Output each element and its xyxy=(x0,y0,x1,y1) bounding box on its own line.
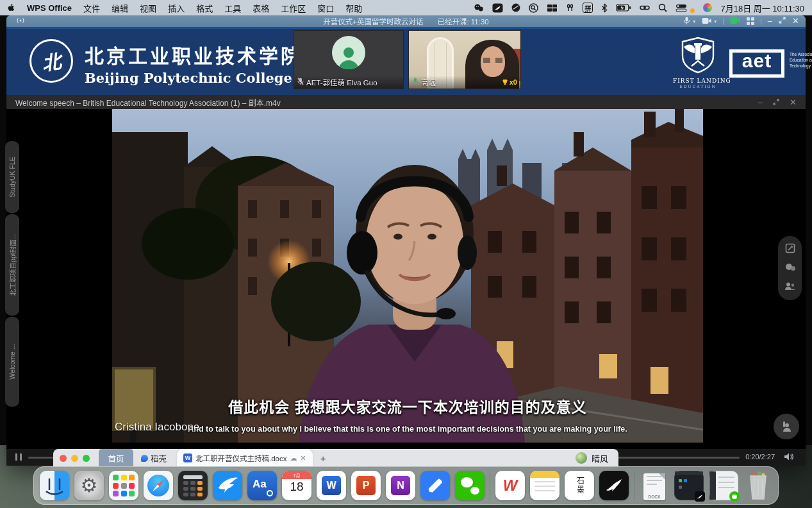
menubar-app-name[interactable]: WPS Office xyxy=(27,3,72,13)
tab-close-icon[interactable]: ✕ xyxy=(301,454,306,462)
wps-user-area[interactable]: 晴风 xyxy=(576,452,618,464)
menu-edit[interactable]: 编辑 xyxy=(112,2,128,14)
wps-tab-docer[interactable]: 稻壳 xyxy=(133,452,174,464)
dock-calendar-icon[interactable]: 7月 18 xyxy=(282,471,311,500)
dock-pencil-notes-icon[interactable] xyxy=(420,471,450,500)
wps-tab-home[interactable]: 首页 xyxy=(99,449,133,467)
airpods-icon[interactable] xyxy=(566,3,574,12)
participant-video-tile[interactable]: AET-郭佳萌 Elva Guo xyxy=(294,30,404,89)
tencent-meeting-badge-icon xyxy=(695,491,705,502)
meeting-status: 已经开课: 11:30 xyxy=(437,16,488,26)
raise-hand-button[interactable] xyxy=(774,414,799,439)
dock-wechat-icon[interactable] xyxy=(455,471,485,500)
pinyin-input-icon[interactable]: 拼 xyxy=(583,3,593,13)
dock-wps-office-icon[interactable]: W xyxy=(495,471,525,500)
dock-safari-icon[interactable] xyxy=(144,471,173,500)
chat-icon[interactable] xyxy=(784,263,796,275)
bluetooth-icon[interactable] xyxy=(601,3,608,13)
siri-icon[interactable] xyxy=(703,3,712,12)
dock-shimo-icon[interactable]: 石墨 xyxy=(565,471,594,500)
dock-separator xyxy=(634,471,634,500)
zoom-traffic-button[interactable] xyxy=(83,455,90,462)
link-icon[interactable] xyxy=(640,4,650,12)
menu-file[interactable]: 文件 xyxy=(83,2,100,14)
menubar-clock[interactable]: 7月18日 周一 10:11:30 xyxy=(720,2,804,14)
dock-tencent-meeting-icon[interactable] xyxy=(599,471,629,500)
dock-calculator-icon[interactable] xyxy=(178,471,208,500)
video-player-titlebar[interactable]: Welcome speech – British Educational Tec… xyxy=(6,95,806,109)
first-landing-logo: FIRST LANDING EDUCATION xyxy=(673,37,723,89)
meeting-banner: 北 北京工业职业技术学院 Beijing Polytechnic College… xyxy=(6,27,806,95)
annotate-icon[interactable] xyxy=(785,243,795,256)
first-landing-shield-icon xyxy=(679,37,717,74)
aet-logo-text: aet xyxy=(742,55,772,67)
video-content[interactable]: 借此机会 我想跟大家交流一下本次培训的目的及意义 And to talk to … xyxy=(112,109,703,443)
display-toggle-icon[interactable] xyxy=(675,4,687,12)
dock-word-icon[interactable]: W xyxy=(317,471,346,500)
dock-dictionary-icon[interactable]: Aa xyxy=(247,471,277,500)
participant-name: 高远 xyxy=(421,77,436,87)
close-button[interactable]: ✕ xyxy=(792,15,799,27)
proxy-icon[interactable] xyxy=(511,3,520,12)
wechat-icon[interactable] xyxy=(474,3,484,12)
side-tab-studyuk[interactable]: StudyUK FLE xyxy=(5,141,19,213)
close-traffic-button[interactable] xyxy=(60,455,67,462)
minimize-traffic-button[interactable] xyxy=(71,455,78,462)
dock-trash-icon[interactable] xyxy=(743,471,773,500)
participant-score: x0 xyxy=(510,78,517,86)
zoom-icon[interactable] xyxy=(529,3,538,13)
player-minimize-button[interactable]: – xyxy=(758,97,763,107)
side-tab-ppt-cover[interactable]: 北工职项目ppt封面... xyxy=(5,214,19,316)
menu-insert[interactable]: 插入 xyxy=(168,2,185,14)
wps-tab-document[interactable]: W 北工职开营仪式主持稿.docx ☁ ✕ xyxy=(177,449,313,467)
participants-icon[interactable] xyxy=(784,282,795,293)
participant-video-tile[interactable]: 高远 x0 xyxy=(408,30,521,89)
resize-button[interactable] xyxy=(779,15,786,27)
menu-format[interactable]: 格式 xyxy=(196,2,213,14)
menubar-status-area: 拼 7月18日 周一 10:11:30 xyxy=(474,2,804,14)
pause-button[interactable] xyxy=(15,453,22,461)
menu-table[interactable]: 表格 xyxy=(253,2,269,14)
tencent-meeting-icon[interactable] xyxy=(492,3,503,13)
camera-dropdown-caret[interactable]: ▾ xyxy=(714,19,717,24)
player-close-button[interactable]: ✕ xyxy=(790,97,797,107)
volume-icon[interactable] xyxy=(784,452,794,464)
dock-minimized-meeting-window[interactable] xyxy=(674,471,704,500)
dock-finder-icon[interactable] xyxy=(40,471,69,500)
dock-dingtalk-icon[interactable] xyxy=(213,471,242,500)
spotlight-icon[interactable] xyxy=(658,3,667,12)
dock-notes-icon[interactable] xyxy=(530,471,559,500)
aet-logo: aet xyxy=(729,49,784,78)
meeting-titlebar[interactable]: 开营仪式+英国留学时政云对话 已经开课: 11:30 ▾ ▾ – ✕ xyxy=(6,15,806,27)
menu-help[interactable]: 帮助 xyxy=(345,2,362,14)
macos-menubar: WPS Office 文件 编辑 视图 插入 格式 工具 表格 工作区 窗口 帮… xyxy=(0,0,812,15)
dock-onenote-icon[interactable]: N xyxy=(386,471,415,500)
apple-menu-icon[interactable] xyxy=(8,3,17,13)
menu-tools[interactable]: 工具 xyxy=(224,2,241,14)
wechat-badge-icon xyxy=(729,491,740,502)
shared-screen-area: Welcome speech – British Educational Tec… xyxy=(6,95,806,449)
mic-icon[interactable] xyxy=(683,17,690,26)
dock-system-preferences-icon[interactable]: ⚙ xyxy=(74,471,104,500)
dock-minimized-wechat-window[interactable] xyxy=(709,471,738,500)
titlebar-separator xyxy=(761,18,761,25)
camera-icon[interactable] xyxy=(702,17,711,26)
menu-workspace[interactable]: 工作区 xyxy=(281,2,306,14)
mic-dropdown-caret[interactable]: ▾ xyxy=(693,19,695,24)
battery-icon[interactable] xyxy=(616,4,631,12)
participant-name: AET-郭佳萌 Elva Guo xyxy=(306,77,377,87)
side-tab-welcome[interactable]: Welcome ... xyxy=(5,317,19,407)
menu-window[interactable]: 窗口 xyxy=(317,2,334,14)
camera-on-icon[interactable] xyxy=(730,17,740,26)
player-resize-button[interactable] xyxy=(773,97,779,107)
dock-minimized-docx-window[interactable]: DOCX xyxy=(640,471,669,500)
layout-grid-icon[interactable] xyxy=(747,17,754,25)
street-scene-illustration xyxy=(112,109,703,443)
dock-powerpoint-icon[interactable]: P xyxy=(351,471,381,500)
stacks-icon[interactable] xyxy=(547,4,558,12)
cloud-sync-icon[interactable]: ☁ xyxy=(290,454,297,462)
dock-launchpad-icon[interactable] xyxy=(109,471,138,500)
menu-view[interactable]: 视图 xyxy=(140,2,156,14)
minimize-button[interactable]: – xyxy=(768,15,772,27)
new-tab-button[interactable]: + xyxy=(320,453,326,464)
